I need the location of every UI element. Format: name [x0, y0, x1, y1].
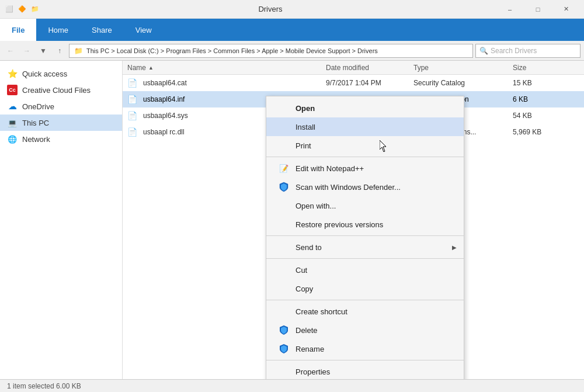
cc-icon: Cc	[7, 85, 18, 95]
ctx-edit-notepad-label: Edit with Notepad++	[296, 164, 364, 173]
ctx-delete[interactable]: Delete	[266, 321, 464, 339]
restore-icon	[278, 218, 290, 230]
file-row-cat[interactable]: 📄 usbaapl64.cat 9/7/2017 1:04 PM Securit…	[123, 75, 584, 91]
ctx-create-shortcut[interactable]: Create shortcut	[266, 302, 464, 321]
minimize-button[interactable]: –	[496, 0, 523, 19]
file-list-header: Name ▲ Date modified Type Size	[123, 61, 584, 75]
search-box[interactable]: 🔍 Search Drivers	[475, 44, 580, 58]
sidebar-label-network: Network	[22, 135, 50, 144]
ctx-separator-1	[266, 157, 464, 157]
open-with-icon	[278, 200, 290, 211]
ctx-separator-4	[266, 300, 464, 300]
tab-view[interactable]: View	[124, 19, 164, 41]
ctx-copy[interactable]: Copy	[266, 279, 464, 298]
dll-file-icon: 📄	[127, 127, 137, 137]
ctx-restore-versions[interactable]: Restore previous versions	[266, 215, 464, 234]
sidebar-label-creative-cloud: Creative Cloud Files	[22, 86, 91, 95]
notepad-icon: 📝	[278, 162, 290, 174]
ctx-send-to-label: Send to	[296, 243, 322, 252]
up-button[interactable]: ↑	[53, 44, 67, 58]
cat-file-icon: 📄	[127, 78, 137, 88]
title-icon-3: 📁	[30, 5, 40, 14]
title-bar-system-icons: ⬜ 🔶 📁	[5, 5, 40, 14]
rename-shield-icon	[278, 343, 290, 355]
col-header-type[interactable]: Type	[413, 64, 513, 72]
sort-icon: ▲	[148, 65, 154, 71]
ctx-print-label: Print	[296, 141, 311, 150]
inf-file-icon: 📄	[127, 95, 137, 104]
file-date-cat: 9/7/2017 1:04 PM	[326, 79, 413, 87]
ctx-rename-label: Rename	[296, 345, 324, 353]
delete-shield-icon	[278, 324, 290, 336]
ctx-scan-defender-label: Scan with Windows Defender...	[296, 183, 401, 192]
status-bar: 1 item selected 6.00 KB	[0, 379, 584, 392]
ctx-print[interactable]: Print	[266, 136, 464, 155]
onedrive-icon: ☁	[7, 101, 18, 112]
open-icon	[278, 102, 290, 114]
ctx-open[interactable]: Open	[266, 99, 464, 117]
ctx-separator-3	[266, 258, 464, 259]
install-icon	[278, 121, 290, 133]
ribbon: File Home Share View	[0, 19, 584, 41]
main-layout: ⭐ Quick access Cc Creative Cloud Files ☁…	[0, 61, 584, 379]
forward-button[interactable]: →	[20, 44, 34, 58]
ctx-send-to[interactable]: Send to ▶	[266, 238, 464, 256]
properties-icon	[278, 366, 290, 377]
col-header-date[interactable]: Date modified	[326, 64, 413, 72]
tab-share[interactable]: Share	[80, 19, 124, 41]
ctx-rename[interactable]: Rename	[266, 339, 464, 358]
window-title: Drivers	[44, 5, 496, 13]
file-list-area: Name ▲ Date modified Type Size 📄 usbaapl…	[123, 61, 584, 379]
sidebar-label-onedrive: OneDrive	[22, 102, 54, 111]
sidebar-item-quick-access[interactable]: ⭐ Quick access	[0, 65, 122, 82]
sidebar-label-quick-access: Quick access	[22, 70, 67, 78]
ctx-properties[interactable]: Properties	[266, 362, 464, 379]
ctx-scan-defender[interactable]: Scan with Windows Defender...	[266, 178, 464, 196]
path-folder-icon: 📁	[74, 47, 83, 55]
sidebar-item-network[interactable]: 🌐 Network	[0, 131, 122, 147]
tab-file[interactable]: File	[0, 19, 36, 41]
ctx-open-with[interactable]: Open with...	[266, 196, 464, 215]
print-icon	[278, 140, 290, 151]
ctx-install[interactable]: Install	[266, 117, 464, 136]
title-icon-1: ⬜	[5, 5, 14, 14]
network-icon: 🌐	[7, 134, 18, 144]
col-header-name[interactable]: Name ▲	[127, 64, 326, 72]
sidebar-item-creative-cloud[interactable]: Cc Creative Cloud Files	[0, 82, 122, 98]
ctx-open-label: Open	[296, 104, 315, 113]
ctx-cut[interactable]: Cut	[266, 261, 464, 279]
ctx-restore-versions-label: Restore previous versions	[296, 220, 383, 229]
shortcut-icon	[278, 306, 290, 317]
sidebar-label-this-pc: This PC	[22, 119, 49, 127]
ctx-copy-label: Copy	[296, 285, 313, 293]
ctx-properties-label: Properties	[296, 367, 330, 376]
file-size-inf: 6 KB	[513, 95, 559, 103]
address-bar: ← → ▼ ↑ 📁 This PC > Local Disk (C:) > Pr…	[0, 41, 584, 61]
status-text: 1 item selected 6.00 KB	[7, 382, 81, 390]
sidebar-item-onedrive[interactable]: ☁ OneDrive	[0, 98, 122, 115]
recent-locations-button[interactable]: ▼	[36, 44, 50, 58]
sys-file-icon: 📄	[127, 111, 137, 120]
ctx-separator-2	[266, 235, 464, 236]
maximize-button[interactable]: □	[524, 0, 551, 19]
ctx-install-label: Install	[296, 123, 315, 131]
back-button[interactable]: ←	[4, 44, 18, 58]
send-to-icon	[278, 241, 290, 253]
ctx-delete-label: Delete	[296, 326, 318, 335]
sidebar-item-this-pc[interactable]: 💻 This PC	[0, 115, 122, 131]
send-to-arrow: ▶	[452, 244, 457, 251]
star-icon: ⭐	[7, 68, 18, 79]
search-icon: 🔍	[479, 47, 488, 55]
file-size-dll: 5,969 KB	[513, 128, 559, 136]
tab-home[interactable]: Home	[36, 19, 80, 41]
address-path-bar[interactable]: 📁 This PC > Local Disk (C:) > Program Fi…	[69, 44, 473, 58]
ctx-edit-notepad[interactable]: 📝 Edit with Notepad++	[266, 159, 464, 178]
file-type-cat: Security Catalog	[413, 79, 513, 87]
window-controls: – □ ✕	[496, 0, 579, 19]
ctx-cut-label: Cut	[296, 266, 307, 275]
search-placeholder: Search Drivers	[491, 47, 537, 55]
col-header-size[interactable]: Size	[513, 64, 559, 72]
sidebar: ⭐ Quick access Cc Creative Cloud Files ☁…	[0, 61, 123, 379]
file-size-sys: 54 KB	[513, 112, 559, 120]
close-button[interactable]: ✕	[552, 0, 579, 19]
